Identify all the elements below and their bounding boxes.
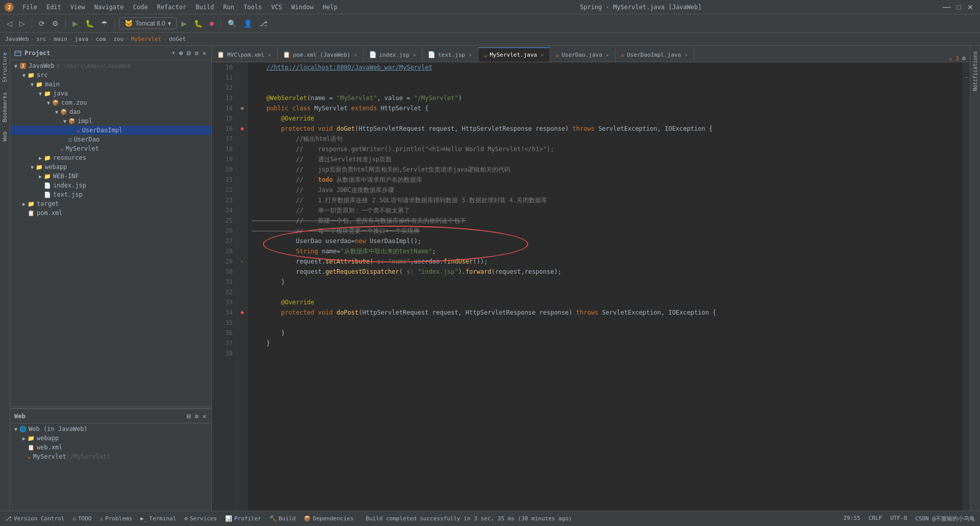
- toolbar-settings-btn[interactable]: ⚙: [50, 18, 61, 29]
- git-btn[interactable]: ⎇: [257, 18, 270, 29]
- toolbar-coverage-btn[interactable]: ☂: [99, 18, 110, 29]
- tomcat-run-config[interactable]: 🐱 Tomcat 8.0 ▾: [119, 17, 177, 29]
- user-btn[interactable]: 👤: [241, 18, 255, 29]
- tab-close-index-jsp[interactable]: ✕: [412, 52, 417, 58]
- tab-close-userdao[interactable]: ✕: [605, 52, 610, 58]
- tree-item-index-jsp[interactable]: 📄 index.jsp: [10, 181, 211, 190]
- status-encoding[interactable]: CRLF: [869, 515, 883, 522]
- tree-item-myservlet[interactable]: ☕ MyServlet: [10, 144, 211, 153]
- toolbar-forward-btn[interactable]: ▷: [17, 18, 28, 29]
- tree-item-java[interactable]: ▼ 📁 java: [10, 89, 211, 98]
- menu-edit[interactable]: Edit: [42, 3, 65, 12]
- status-problems[interactable]: ⚠ Problems: [100, 515, 132, 522]
- tab-close-myservlet[interactable]: ✕: [540, 52, 545, 58]
- web-panel-settings-btn[interactable]: ⚙: [194, 412, 200, 421]
- tab-settings-btn[interactable]: ⚙: [962, 55, 966, 62]
- breadcrumb-class[interactable]: MyServlet: [131, 36, 162, 42]
- menu-tools[interactable]: Tools: [239, 3, 266, 12]
- tree-item-myservlet2[interactable]: ☕ MyServlet (/MyServlet): [10, 452, 211, 461]
- tree-item-src[interactable]: ▼ 📁 src: [10, 70, 211, 80]
- code-content[interactable]: //http://localhost:8080/JavaWeb_war/MySe…: [248, 62, 963, 511]
- toolbar-debug-btn[interactable]: 🐛: [83, 18, 96, 29]
- tree-item-target[interactable]: ▶ 📁 target: [10, 199, 211, 208]
- menu-view[interactable]: View: [66, 3, 89, 12]
- minimize-btn[interactable]: —: [940, 1, 953, 13]
- menu-code[interactable]: Code: [129, 3, 152, 12]
- project-hide-btn[interactable]: ✕: [202, 49, 207, 58]
- tab-userdaoimpl-java[interactable]: ☕ UserDaoImpl.java ✕: [616, 47, 694, 62]
- tree-item-javaweb[interactable]: ▼ J JavaWeb D:\Users\Admin\JavaWeb: [10, 61, 211, 70]
- tree-item-web-inf[interactable]: ▶ 📁 WEB-INF: [10, 172, 211, 181]
- tree-item-pom[interactable]: 📋 pom.xml: [10, 208, 211, 218]
- menu-window[interactable]: Window: [287, 3, 317, 12]
- tab-pom-xml[interactable]: 📋 pom.xml (JavaWeb) ✕: [278, 47, 364, 62]
- tree-item-com-zou[interactable]: ▼ 📦 com.zou: [10, 98, 211, 107]
- web-panel-collapse-btn[interactable]: ⊟: [186, 412, 191, 421]
- project-locate-btn[interactable]: ⊕: [178, 49, 184, 58]
- toolbar-run-btn[interactable]: ▶: [70, 18, 81, 29]
- tab-close-text-jsp[interactable]: ✕: [468, 52, 473, 58]
- breadcrumb-zou[interactable]: zou: [113, 36, 124, 42]
- breadcrumb-com[interactable]: com: [96, 36, 106, 42]
- tree-item-main[interactable]: ▼ 📁 main: [10, 80, 211, 89]
- tree-item-web-xml[interactable]: 📋 web.xml: [10, 443, 211, 452]
- tree-item-userdao[interactable]: ◫ UserDao: [10, 135, 211, 144]
- tree-item-text-jsp[interactable]: 📄 text.jsp: [10, 190, 211, 199]
- web-panel-hide-btn[interactable]: ✕: [202, 412, 207, 421]
- search-btn[interactable]: 🔍: [225, 18, 239, 29]
- tree-item-webapp[interactable]: ▼ 📁 webapp: [10, 162, 211, 172]
- tab-close-pom-xml[interactable]: ✕: [353, 52, 358, 58]
- status-profiler[interactable]: 📊 Profiler: [225, 515, 261, 522]
- breakpoint-14[interactable]: ●: [240, 103, 243, 113]
- project-dropdown-arrow[interactable]: ▾: [172, 50, 175, 56]
- breadcrumb-main[interactable]: main: [54, 36, 67, 42]
- menu-run[interactable]: Run: [219, 3, 238, 12]
- tab-mvc-pom[interactable]: 📋 MVC\pom.xml ✕: [212, 47, 278, 62]
- toolbar-sync-btn[interactable]: ⟳: [36, 18, 47, 29]
- close-btn[interactable]: ✕: [965, 2, 976, 13]
- breadcrumb-method[interactable]: doGet: [169, 36, 186, 42]
- left-tab-web[interactable]: Web: [0, 127, 10, 146]
- menu-refactor[interactable]: Refactor: [153, 3, 190, 12]
- status-todo[interactable]: ☑ TODO: [72, 515, 91, 522]
- toolbar-back-btn[interactable]: ◁: [4, 18, 15, 29]
- maximize-btn[interactable]: □: [954, 2, 964, 13]
- tab-myservlet-java[interactable]: ☕ MyServlet.java ✕: [478, 47, 550, 62]
- status-terminal[interactable]: ▶_ Terminal: [140, 515, 176, 522]
- tree-item-impl[interactable]: ▼ 📦 impl: [10, 116, 211, 126]
- status-charset[interactable]: UTF-8: [890, 515, 907, 522]
- menu-help[interactable]: Help: [318, 3, 341, 12]
- breakpoint-16[interactable]: ●: [240, 124, 243, 134]
- tab-index-jsp[interactable]: 📄 index.jsp ✕: [364, 47, 423, 62]
- left-tab-structure[interactable]: Structure: [0, 48, 10, 87]
- tab-close-userdaoimpl[interactable]: ✕: [683, 52, 689, 58]
- debug-tomcat-btn[interactable]: 🐛: [191, 18, 205, 29]
- status-position[interactable]: 29:55: [844, 515, 861, 522]
- left-tab-bookmarks[interactable]: Bookmarks: [0, 88, 10, 127]
- tree-item-dao[interactable]: ▼ 📦 dao: [10, 107, 211, 116]
- warning-count[interactable]: ⚠ 3: [949, 55, 959, 62]
- project-settings-btn[interactable]: ⚙: [194, 49, 200, 58]
- tab-text-jsp[interactable]: 📄 text.jsp ✕: [423, 47, 478, 62]
- status-dependencies[interactable]: 📦 Dependencies: [304, 515, 353, 522]
- menu-vcs[interactable]: VCS: [267, 3, 286, 12]
- project-collapse-btn[interactable]: ⊟: [186, 49, 191, 58]
- menu-navigate[interactable]: Navigate: [90, 3, 128, 12]
- breadcrumb-project[interactable]: JavaWeb: [5, 36, 29, 42]
- tree-item-webapp2[interactable]: ▶ 📁 webapp: [10, 434, 211, 443]
- tree-item-userdaoimpl[interactable]: ☕ UserDaoImpl: [10, 126, 211, 135]
- stop-tomcat-btn[interactable]: ■: [207, 18, 216, 29]
- tree-item-resources[interactable]: ▶ 📁 resources: [10, 153, 211, 162]
- run-tomcat-btn[interactable]: ▶: [179, 18, 189, 29]
- status-build[interactable]: 🔨 Build: [270, 515, 296, 522]
- breadcrumb-java[interactable]: java: [75, 36, 89, 42]
- breadcrumb-src[interactable]: src: [36, 36, 46, 42]
- tab-userdao-java[interactable]: ☕ UserDao.java ✕: [550, 47, 616, 62]
- status-services[interactable]: ⚙ Services: [184, 515, 217, 522]
- tab-close-mvc-pom[interactable]: ✕: [267, 52, 272, 58]
- menu-build[interactable]: Build: [191, 3, 218, 12]
- breakpoint-34[interactable]: ●: [240, 307, 243, 318]
- status-version-control[interactable]: ⎇ Version Control: [5, 515, 64, 522]
- tree-item-web-root[interactable]: ▼ 🌐 Web (in JavaWeb): [10, 424, 211, 434]
- right-panel-notifications[interactable]: Notifications: [971, 48, 979, 94]
